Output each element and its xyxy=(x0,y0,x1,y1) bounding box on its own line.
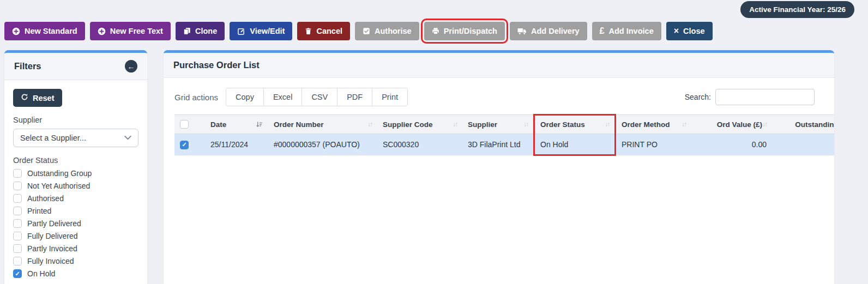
checkbox-label: Outstanding Group xyxy=(27,169,92,178)
sort-desc-icon xyxy=(256,121,263,128)
supplier-select[interactable]: Select a Supplier... xyxy=(13,129,138,147)
column-header-order_status[interactable]: Order Status↓↑ xyxy=(534,115,616,134)
checkbox[interactable] xyxy=(13,257,22,265)
sort-icon: ↓↑ xyxy=(367,120,372,128)
checkbox[interactable] xyxy=(13,232,22,240)
button-label: New Free Text xyxy=(110,27,163,35)
order-status-option-not-yet-authorised: Not Yet Authorised xyxy=(13,182,138,190)
sort-icon: ↓↑ xyxy=(523,120,528,128)
row-checkbox[interactable]: ✓ xyxy=(180,141,189,149)
copy-button[interactable]: Copy xyxy=(226,88,264,106)
checkbox[interactable] xyxy=(13,244,22,253)
cell-order_number: #0000000357 (POAUTO) xyxy=(268,134,377,155)
table-header-row: DateOrder Number↓↑Supplier Code↓↑Supplie… xyxy=(174,115,834,134)
search-input[interactable] xyxy=(715,89,815,105)
column-header-date[interactable]: Date xyxy=(205,115,268,134)
panel-body: Grid actions CopyExcelCSVPDFPrint Search… xyxy=(164,78,834,166)
csv-button[interactable]: CSV xyxy=(302,88,337,106)
table-row[interactable]: ✓25/11/2024#0000000357 (POAUTO)SC0003203… xyxy=(174,134,834,155)
excel-button[interactable]: Excel xyxy=(263,88,302,106)
check-square-icon xyxy=(363,27,370,35)
plus-circle-icon xyxy=(98,27,106,35)
search-label: Search: xyxy=(685,93,711,101)
new-standard-button[interactable]: New Standard xyxy=(4,22,85,40)
checkbox-label: On Hold xyxy=(27,269,55,278)
grid-export-buttons: CopyExcelCSVPDFPrint xyxy=(226,88,408,106)
button-label: Print/Dispatch xyxy=(444,27,497,35)
checkbox-label: Authorised xyxy=(27,194,64,203)
filters-title: Filters xyxy=(14,61,41,71)
checkbox-label: Fully Invoiced xyxy=(27,257,74,265)
button-label: Close xyxy=(683,27,705,35)
filters-panel: Filters ← Reset Supplier Select a Suppli… xyxy=(4,50,147,284)
authorise-button[interactable]: Authorise xyxy=(355,22,419,40)
order-status-option-printed: Printed xyxy=(13,207,138,215)
checkbox[interactable] xyxy=(13,219,22,228)
print-dispatch-button[interactable]: Print/Dispatch xyxy=(424,22,505,40)
add-invoice-button[interactable]: £Add Invoice xyxy=(592,22,661,40)
printer-icon xyxy=(432,27,439,35)
toolbar: New StandardNew Free TextCloneView/EditC… xyxy=(4,22,713,40)
checkbox[interactable] xyxy=(13,182,22,190)
order-status-option-partly-invoiced: Partly Invoiced xyxy=(13,244,138,253)
close-button[interactable]: ×Close xyxy=(666,22,713,40)
checkbox[interactable] xyxy=(13,169,22,178)
cell-supplier: 3D FilaPrint Ltd xyxy=(462,134,534,155)
truck-icon xyxy=(517,28,527,35)
print-button[interactable]: Print xyxy=(372,88,408,106)
column-header-ord_value[interactable]: Ord Value (£)↓↑ xyxy=(691,115,772,134)
button-label: Add Invoice xyxy=(609,27,654,35)
grid-actions-label: Grid actions xyxy=(174,93,218,102)
cancel-button[interactable]: Cancel xyxy=(297,22,350,40)
checkbox-label: Printed xyxy=(27,207,51,215)
button-label: Cancel xyxy=(316,27,342,35)
pound-icon: £ xyxy=(600,27,605,35)
panel-header: Purchase Order List xyxy=(164,53,834,78)
cell-order_method: PRINT PO xyxy=(616,134,692,155)
filters-header: Filters ← xyxy=(4,53,147,80)
reset-button[interactable]: Reset xyxy=(13,89,62,107)
order-status-option-partly-delivered: Partly Delivered xyxy=(13,219,138,228)
column-header-supplier_code[interactable]: Supplier Code↓↑ xyxy=(377,115,462,134)
collapse-filters-button[interactable]: ← xyxy=(125,60,137,72)
plus-circle-icon xyxy=(12,27,20,35)
purchase-orders-page: Active Financial Year: 25/26 New Standar… xyxy=(0,0,868,284)
order-status-option-fully-invoiced: Fully Invoiced xyxy=(13,257,138,265)
order-status-option-authorised: Authorised xyxy=(13,194,138,203)
sort-icon: ↓↑ xyxy=(453,120,457,128)
order-status-list: Outstanding GroupNot Yet AuthorisedAutho… xyxy=(13,169,138,278)
cell-outstanding: 0.00 xyxy=(772,134,834,155)
checkbox-label: Partly Invoiced xyxy=(27,244,77,253)
cell-select: ✓ xyxy=(174,134,205,155)
sort-icon: ↓↑ xyxy=(605,120,609,128)
new-free-text-button[interactable]: New Free Text xyxy=(90,22,171,40)
checkbox[interactable]: ✓ xyxy=(13,269,22,278)
column-header-order_method[interactable]: Order Method↓↑ xyxy=(616,115,692,134)
button-label: New Standard xyxy=(25,27,77,35)
column-header-outstanding[interactable]: Outstanding (£)↓↑ xyxy=(772,115,834,134)
cell-supplier_code: SC000320 xyxy=(377,134,462,155)
button-label: Clone xyxy=(195,27,217,35)
cell-date: 25/11/2024 xyxy=(205,134,268,155)
purchase-order-table: DateOrder Number↓↑Supplier Code↓↑Supplie… xyxy=(174,114,834,156)
search-area: Search: xyxy=(685,89,815,105)
arrow-left-icon: ← xyxy=(128,63,135,70)
add-delivery-button[interactable]: Add Delivery xyxy=(510,22,587,40)
clone-button[interactable]: Clone xyxy=(176,22,225,40)
checkbox-label: Not Yet Authorised xyxy=(27,182,90,190)
filters-body: Reset Supplier Select a Supplier... Orde… xyxy=(4,80,147,284)
checkbox[interactable] xyxy=(13,194,22,203)
refresh-icon xyxy=(21,93,28,102)
column-header-select[interactable] xyxy=(174,115,205,134)
column-header-order_number[interactable]: Order Number↓↑ xyxy=(268,115,377,134)
order-status-label: Order Status xyxy=(13,156,138,165)
checkbox[interactable] xyxy=(13,207,22,215)
active-financial-year-badge: Active Financial Year: 25/26 xyxy=(740,1,854,18)
view-edit-button[interactable]: View/Edit xyxy=(230,22,292,40)
select-all-checkbox[interactable] xyxy=(180,120,189,129)
column-header-supplier[interactable]: Supplier↓↑ xyxy=(462,115,534,134)
pdf-button[interactable]: PDF xyxy=(337,88,372,106)
order-status-option-on-hold: ✓On Hold xyxy=(13,269,138,278)
cell-ord_value: 0.00 xyxy=(691,134,772,155)
page-title: Purchase Order List xyxy=(173,60,260,70)
